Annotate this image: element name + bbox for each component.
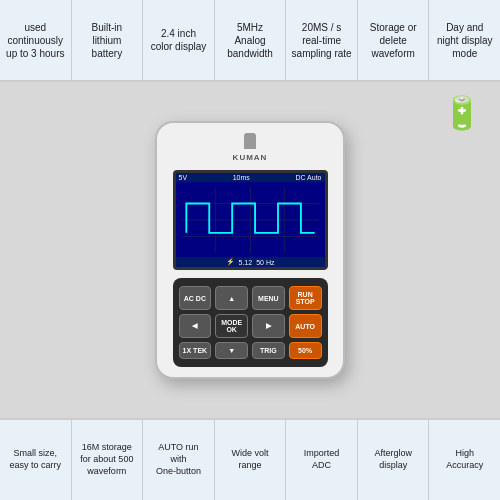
feature-text: usedcontinuouslyup to 3 hours	[6, 21, 64, 60]
screen-header-right: DC Auto	[295, 174, 321, 181]
screen-footer-symbol: ⚡	[226, 258, 235, 266]
screen-header: 5V 10ms DC Auto	[176, 173, 325, 182]
key-mode-ok[interactable]: MODE OK	[215, 314, 248, 338]
feature-text: Small size,easy to carry	[10, 448, 62, 471]
feature-text: Built-inlithiumbattery	[92, 21, 123, 60]
key-trig[interactable]: TRIG	[252, 342, 285, 359]
feature-text: Afterglowdisplay	[374, 448, 412, 471]
oscilloscope-device: KUMAN 5V 10ms DC Auto	[155, 121, 345, 379]
feature-text: 16M storagefor about 500waveform	[80, 442, 133, 477]
key-▶[interactable]: ▶	[252, 314, 285, 338]
key-auto[interactable]: AUTO	[289, 314, 322, 338]
feature-text: AUTO runwithOne-button	[156, 442, 201, 477]
top-feature-display-mode: Day andnight displaymode	[429, 0, 500, 80]
top-feature-battery: Built-inlithiumbattery	[72, 0, 144, 80]
key-▲[interactable]: ▲	[215, 286, 248, 310]
device-screen: 5V 10ms DC Auto	[173, 170, 328, 270]
top-feature-storage: Storage ordeletewaveform	[358, 0, 430, 80]
bottom-feature-volt-range: Wide voltrange	[215, 420, 287, 500]
feature-text: ImportedADC	[304, 448, 340, 471]
bottom-feature-waveform-storage: 16M storagefor about 500waveform	[72, 420, 144, 500]
device-brand: KUMAN	[233, 153, 268, 162]
screen-footer: ⚡ 5.12 50 Hz	[176, 257, 325, 267]
key-run-stop[interactable]: RUN STOP	[289, 286, 322, 310]
top-features-bar: usedcontinuouslyup to 3 hoursBuilt-inlit…	[0, 0, 500, 82]
bottom-feature-auto-run: AUTO runwithOne-button	[143, 420, 215, 500]
bottom-feature-accuracy: HighAccuracy	[429, 420, 500, 500]
feature-text: Day andnight displaymode	[437, 21, 493, 60]
bottom-feature-size: Small size,easy to carry	[0, 420, 72, 500]
bottom-feature-adc: ImportedADC	[286, 420, 358, 500]
screen-footer-value: 5.12	[239, 259, 253, 266]
screen-header-mid: 10ms	[233, 174, 250, 181]
key-◀[interactable]: ◀	[179, 314, 212, 338]
feature-text: HighAccuracy	[446, 448, 483, 471]
top-feature-continuous-use: usedcontinuouslyup to 3 hours	[0, 0, 72, 80]
top-feature-bandwidth: 5MHzAnalogbandwidth	[215, 0, 287, 80]
device-antenna	[244, 133, 256, 149]
feature-text: Wide voltrange	[232, 448, 269, 471]
battery-charging-icon: 🔋	[442, 94, 482, 132]
feature-text: 2.4 inchcolor display	[151, 27, 207, 53]
key-50%[interactable]: 50%	[289, 342, 322, 359]
top-feature-sampling: 20MS / sreal-timesampling rate	[286, 0, 358, 80]
bottom-features-bar: Small size,easy to carry16M storagefor a…	[0, 418, 500, 500]
app-root: usedcontinuouslyup to 3 hoursBuilt-inlit…	[0, 0, 500, 500]
feature-text: 5MHzAnalogbandwidth	[227, 21, 273, 60]
key-1x-tek[interactable]: 1X TEK	[179, 342, 212, 359]
screen-waveform	[176, 187, 325, 253]
top-feature-display: 2.4 inchcolor display	[143, 0, 215, 80]
screen-footer-unit: 50 Hz	[256, 259, 274, 266]
key-ac-dc[interactable]: AC DC	[179, 286, 212, 310]
product-image-section: 🔋 KUMAN 5V 10ms DC Auto	[0, 82, 500, 418]
screen-header-left: 5V	[179, 174, 188, 181]
key-menu[interactable]: MENU	[252, 286, 285, 310]
feature-text: 20MS / sreal-timesampling rate	[292, 21, 352, 60]
bottom-feature-afterglow: Afterglowdisplay	[358, 420, 430, 500]
feature-text: Storage ordeletewaveform	[370, 21, 417, 60]
key-▼[interactable]: ▼	[215, 342, 248, 359]
device-keypad: AC DC▲MENURUN STOP◀MODE OK▶AUTO1X TEK▼TR…	[173, 278, 328, 367]
